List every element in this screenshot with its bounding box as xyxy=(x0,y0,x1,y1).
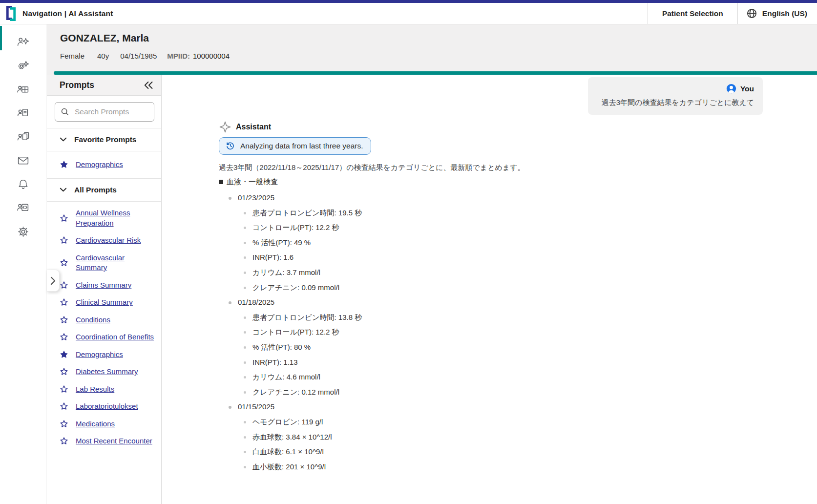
prompts-panel-header: Prompts xyxy=(47,75,161,96)
star-outline-icon[interactable] xyxy=(60,298,68,307)
prompt-list-item: Coordination of Benefits xyxy=(47,329,161,346)
lab-result-item: % 活性(PT): 49 % xyxy=(243,235,697,251)
prompt-search-box[interactable] xyxy=(55,102,154,122)
star-outline-icon[interactable] xyxy=(60,402,68,411)
top-bar: Navigation | AI Assistant Patient Select… xyxy=(0,3,817,24)
ai-assistant-icon xyxy=(17,36,30,49)
patient-header: GONZALEZ, Marla Female 40y 04/15/1985 MP… xyxy=(47,24,817,75)
assistant-header: Assistant xyxy=(219,121,697,133)
analysis-status-text: Analyzing data from last three years. xyxy=(240,142,363,150)
star-filled-icon[interactable] xyxy=(60,350,68,359)
all-prompts-header: All Prompts xyxy=(74,186,117,194)
assistant-sparkle-icon xyxy=(219,121,231,133)
expand-sidebar-handle[interactable] xyxy=(47,270,60,292)
assistant-intro-text: 過去3年間（2022/11/18～2025/11/17）の検査結果をカテゴリごと… xyxy=(219,162,697,172)
lab-result-item: クレアチニン: 0.09 mmol/l xyxy=(243,280,697,295)
lab-result-item: 赤血球数: 3.84 × 10^12/l xyxy=(243,430,697,445)
lab-date-results: 患者プロトロンビン時間: 13.8 秒コントロール(PT): 12.2 秒% 活… xyxy=(228,310,697,400)
prompt-link[interactable]: Demographics xyxy=(76,160,123,170)
analysis-status-chip: Analyzing data from last three years. xyxy=(219,137,371,155)
left-icon-rail xyxy=(0,24,46,504)
star-outline-icon[interactable] xyxy=(60,333,68,341)
prompt-link[interactable]: Lab Results xyxy=(76,384,114,395)
prompt-link[interactable]: Laboratoriotulokset xyxy=(76,401,138,412)
lab-date: 01/18/2025 xyxy=(228,295,697,310)
prompt-list-item: Laboratoriotulokset xyxy=(47,398,161,416)
rail-item-patient-document[interactable] xyxy=(0,102,46,126)
square-bullet-icon xyxy=(219,180,223,184)
prompt-search xyxy=(47,96,161,128)
lab-result-item: 血小板数: 201 × 10^9/l xyxy=(243,460,697,475)
all-prompts-list: Annual Wellness Preparation Cardiovascul… xyxy=(47,202,161,453)
collapse-panel-icon[interactable] xyxy=(144,81,153,89)
lab-date-group: 01/15/2025 ヘモグロビン: 119 g/l赤血球数: 3.84 × 1… xyxy=(228,399,697,474)
chevron-down-icon xyxy=(60,188,67,192)
lab-result-item: カリウム: 3.7 mmol/l xyxy=(243,265,697,280)
prompt-link[interactable]: Clinical Summary xyxy=(76,297,133,308)
chevron-down-icon xyxy=(60,137,67,142)
rail-item-patient-records[interactable] xyxy=(0,125,46,149)
prompt-link[interactable]: Demographics xyxy=(76,350,123,360)
lab-date: 01/15/2025 xyxy=(228,399,697,415)
star-outline-icon[interactable] xyxy=(60,281,68,290)
rail-item-messages[interactable] xyxy=(0,149,46,173)
rail-item-notifications[interactable] xyxy=(0,172,46,196)
prompts-title: Prompts xyxy=(60,80,94,90)
top-bar-right: Patient Selection English (US) xyxy=(648,3,817,24)
rail-item-ai-assistant[interactable] xyxy=(0,30,46,54)
star-outline-icon[interactable] xyxy=(60,367,68,376)
star-filled-icon[interactable] xyxy=(60,160,68,169)
all-prompts-section-toggle[interactable]: All Prompts xyxy=(47,179,161,201)
favorite-prompts-list: Demographics xyxy=(47,151,161,178)
lab-result-item: 白血球数: 6.1 × 10^9/l xyxy=(243,444,697,460)
lab-date-results: ヘモグロビン: 119 g/l赤血球数: 3.84 × 10^12/l白血球数:… xyxy=(228,415,697,474)
star-outline-icon[interactable] xyxy=(60,315,68,324)
app-logo-icon xyxy=(5,5,17,21)
prompt-list-item: Diabetes Summary xyxy=(47,363,161,381)
teal-divider-bar xyxy=(54,71,817,75)
patient-selection-label: Patient Selection xyxy=(662,9,723,18)
star-outline-icon[interactable] xyxy=(60,258,68,267)
prompt-link[interactable]: Coordination of Benefits xyxy=(76,332,154,342)
bell-icon xyxy=(17,178,30,191)
brand: Navigation | AI Assistant xyxy=(0,5,113,21)
prompt-link[interactable]: Conditions xyxy=(76,315,110,325)
user-message-text: 過去3年間の検査結果をカテゴリごとに教えて xyxy=(597,98,754,107)
prompt-link[interactable]: Cardiovascular Summary xyxy=(76,253,156,273)
rail-item-ai-agents[interactable] xyxy=(0,54,46,78)
favorite-prompts-section-toggle[interactable]: Favorite Prompts xyxy=(47,128,161,151)
prompt-list-item: Annual Wellness Preparation xyxy=(47,205,161,232)
language-selector[interactable]: English (US) xyxy=(738,3,817,24)
lab-result-item: % 活性(PT): 80 % xyxy=(243,340,697,355)
language-label: English (US) xyxy=(762,9,807,18)
prompt-link[interactable]: Most Recent Encounter xyxy=(76,436,152,446)
patient-selection-button[interactable]: Patient Selection xyxy=(648,3,738,24)
rail-item-patient-worklist[interactable] xyxy=(0,78,46,102)
star-outline-icon[interactable] xyxy=(60,236,68,245)
user-sender-label: You xyxy=(740,84,754,93)
favorite-prompts-header: Favorite Prompts xyxy=(74,135,136,144)
ai-agent-gear-icon xyxy=(17,59,30,72)
patient-dob: 04/15/1985 xyxy=(120,52,157,60)
assistant-message: Assistant Analyzing data from last three… xyxy=(219,121,697,474)
prompt-link[interactable]: Cardiovascular Risk xyxy=(76,235,141,246)
rail-item-settings[interactable] xyxy=(0,220,46,244)
star-outline-icon[interactable] xyxy=(60,214,68,223)
prompt-link[interactable]: Medications xyxy=(76,419,115,429)
app-title: Navigation | AI Assistant xyxy=(22,9,113,18)
lab-date-group: 01/23/2025 患者プロトロンビン時間: 19.5 秒コントロール(PT)… xyxy=(228,190,697,295)
star-outline-icon[interactable] xyxy=(60,385,68,394)
rail-item-patient-coding[interactable] xyxy=(0,196,46,220)
star-outline-icon[interactable] xyxy=(60,420,68,428)
lab-result-item: INR(PT): 1.13 xyxy=(243,355,697,370)
prompt-link[interactable]: Annual Wellness Preparation xyxy=(76,208,156,228)
search-input[interactable] xyxy=(74,107,148,117)
chat-area: You 過去3年間の検査結果をカテゴリごとに教えて Assistant Anal… xyxy=(162,75,817,504)
prompt-list-item: Demographics xyxy=(47,346,161,363)
prompt-list-item: Cardiovascular Summary xyxy=(47,249,161,276)
lab-result-item: ヘモグロビン: 119 g/l xyxy=(243,415,697,430)
prompt-link[interactable]: Claims Summary xyxy=(76,280,131,291)
top-accent-strip xyxy=(0,0,817,3)
star-outline-icon[interactable] xyxy=(60,437,68,445)
prompt-link[interactable]: Diabetes Summary xyxy=(76,367,138,377)
